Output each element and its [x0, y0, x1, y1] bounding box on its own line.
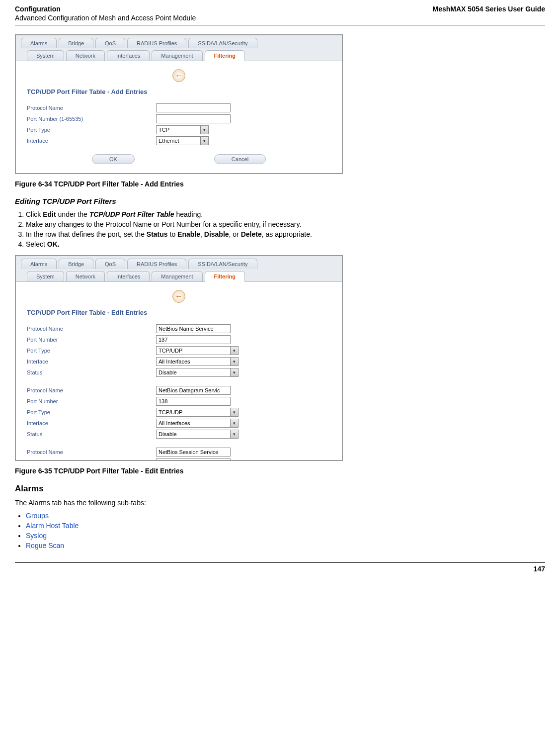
subtab-management[interactable]: Management [152, 50, 202, 61]
tab-radius-profiles[interactable]: RADIUS Profiles [127, 259, 186, 269]
edit-select-interface[interactable] [156, 419, 231, 428]
add-row-port-number: Port Number (1-65535) [27, 113, 331, 124]
back-button[interactable]: ← [172, 290, 185, 303]
edit-select-port-type[interactable] [156, 408, 231, 417]
tab-ssid-vlan-security[interactable]: SSID/VLAN/Security [188, 38, 257, 48]
add-select-interface[interactable] [156, 136, 201, 145]
tab-qos[interactable]: QoS [95, 38, 125, 48]
subtab-interfaces[interactable]: Interfaces [107, 271, 150, 281]
edit-label: Interface [27, 359, 156, 365]
alarms-heading: Alarms [15, 484, 545, 494]
subtab-filtering[interactable]: Filtering [205, 50, 245, 61]
figure-caption-1: Figure 6-34 TCP/UDP Port Filter Table - … [15, 180, 545, 188]
add-row-protocol-name: Protocol Name [27, 102, 331, 113]
back-arrow-icon: ← [175, 292, 183, 301]
edit-row: Protocol Name [27, 323, 331, 334]
step-1: Click Edit under the TCP/UDP Port Filter… [26, 210, 545, 218]
edit-label: Protocol Name [27, 326, 156, 332]
tabs-sub-row: System Network Interfaces Management Fil… [16, 48, 342, 61]
link-alarm-host-table[interactable]: Alarm Host Table [26, 522, 79, 530]
list-item: Groups [26, 512, 545, 520]
edit-select-port-type[interactable] [156, 346, 231, 355]
add-label-port-number: Port Number (1-65535) [27, 116, 156, 122]
add-label-protocol-name: Protocol Name [27, 105, 156, 111]
tab-alarms[interactable]: Alarms [21, 259, 57, 269]
edit-input-port-number[interactable] [156, 335, 231, 344]
chevron-down-icon[interactable]: ▾ [231, 357, 239, 366]
edit-label: Status [27, 431, 156, 437]
edit-select-status[interactable] [156, 368, 231, 377]
link-groups[interactable]: Groups [26, 512, 49, 520]
chevron-down-icon[interactable]: ▾ [231, 430, 239, 439]
edit-input-protocol-name[interactable] [156, 324, 231, 333]
tabs-top-row-2: Alarms Bridge QoS RADIUS Profiles SSID/V… [16, 256, 342, 269]
add-panel: ← TCP/UDP Port Filter Table - Add Entrie… [16, 61, 342, 173]
edit-input-port-number[interactable] [156, 458, 231, 460]
link-syslog[interactable]: Syslog [26, 532, 47, 540]
chevron-down-icon[interactable]: ▾ [201, 125, 209, 134]
steps-list: Click Edit under the TCP/UDP Port Filter… [15, 210, 545, 248]
tab-alarms[interactable]: Alarms [21, 38, 57, 48]
edit-row: Port Number [27, 457, 331, 460]
add-panel-title: TCP/UDP Port Filter Table - Add Entries [27, 88, 331, 95]
page-header: Configuration MeshMAX 5054 Series User G… [15, 5, 545, 13]
screenshot-add-entries: Alarms Bridge QoS RADIUS Profiles SSID/V… [15, 34, 343, 174]
list-item: Rogue Scan [26, 542, 545, 549]
edit-input-port-number[interactable] [156, 397, 231, 406]
list-item: Alarm Host Table [26, 522, 545, 530]
edit-label: Port Type [27, 348, 156, 354]
link-rogue-scan[interactable]: Rogue Scan [26, 542, 64, 549]
add-input-protocol-name[interactable] [156, 103, 231, 112]
tab-ssid-vlan-security[interactable]: SSID/VLAN/Security [188, 259, 257, 269]
chevron-down-icon[interactable]: ▾ [231, 419, 239, 428]
subtab-network[interactable]: Network [66, 271, 105, 281]
add-input-port-number[interactable] [156, 114, 231, 123]
edit-input-protocol-name[interactable] [156, 448, 231, 456]
edit-row: Status▾ [27, 429, 331, 440]
edit-row: Port Number [27, 396, 331, 407]
tab-qos[interactable]: QoS [95, 259, 125, 269]
header-left-title: Configuration [15, 5, 61, 13]
add-label-port-type: Port Type [27, 127, 156, 133]
page-footer: 147 [15, 562, 545, 573]
tab-bridge[interactable]: Bridge [59, 259, 93, 269]
edit-row: Protocol Name [27, 447, 331, 457]
chevron-down-icon[interactable]: ▾ [201, 136, 209, 145]
subtab-system[interactable]: System [27, 271, 64, 281]
ok-button[interactable]: OK [92, 154, 135, 164]
edit-select-status[interactable] [156, 430, 231, 439]
edit-select-interface[interactable] [156, 357, 231, 366]
back-button[interactable]: ← [172, 69, 185, 82]
step-3: In the row that defines the port, set th… [26, 230, 545, 238]
edit-row: Interface▾ [27, 418, 331, 429]
subtab-management[interactable]: Management [152, 271, 202, 281]
step-4: Select OK. [26, 240, 545, 248]
figure-caption-2: Figure 6-35 TCP/UDP Port Filter Table - … [15, 467, 545, 475]
edit-label: Port Type [27, 409, 156, 415]
add-row-interface: Interface ▾ [27, 135, 331, 146]
step-2: Make any changes to the Protocol Name or… [26, 220, 545, 228]
chevron-down-icon[interactable]: ▾ [231, 408, 239, 417]
subtab-network[interactable]: Network [66, 50, 105, 61]
edit-panel: ← TCP/UDP Port Filter Table - Edit Entri… [16, 282, 342, 460]
edit-row: Port Type▾ [27, 345, 331, 356]
edit-label: Port Number [27, 398, 156, 404]
edit-label: Interface [27, 420, 156, 426]
subtab-filtering[interactable]: Filtering [205, 271, 245, 282]
chevron-down-icon[interactable]: ▾ [231, 368, 239, 377]
edit-input-protocol-name[interactable] [156, 386, 231, 395]
add-select-port-type[interactable] [156, 125, 201, 134]
edit-label: Port Number [27, 337, 156, 343]
alarms-link-list: Groups Alarm Host Table Syslog Rogue Sca… [15, 512, 545, 549]
tab-bridge[interactable]: Bridge [59, 38, 93, 48]
subtab-system[interactable]: System [27, 50, 64, 61]
edit-label: Status [27, 369, 156, 375]
add-button-row: OK Cancel [27, 154, 331, 164]
subtab-interfaces[interactable]: Interfaces [107, 50, 150, 61]
alarms-intro: The Alarms tab has the following sub-tab… [15, 499, 545, 507]
cancel-button[interactable]: Cancel [214, 154, 266, 164]
tab-radius-profiles[interactable]: RADIUS Profiles [127, 38, 186, 48]
list-item: Syslog [26, 532, 545, 540]
chevron-down-icon[interactable]: ▾ [231, 346, 239, 355]
section-editing-title: Editing TCP/UDP Port Filters [15, 197, 545, 205]
